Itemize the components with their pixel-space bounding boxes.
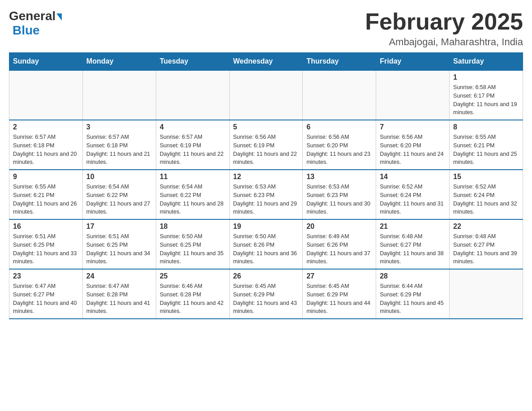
- day-info: Sunrise: 6:52 AM Sunset: 6:24 PM Dayligh…: [380, 183, 446, 216]
- calendar-cell: 3Sunrise: 6:57 AM Sunset: 6:18 PM Daylig…: [82, 120, 156, 170]
- day-info: Sunrise: 6:48 AM Sunset: 6:27 PM Dayligh…: [453, 232, 519, 266]
- day-info: Sunrise: 6:54 AM Sunset: 6:22 PM Dayligh…: [160, 183, 226, 216]
- calendar-cell: [9, 70, 83, 120]
- day-info: Sunrise: 6:55 AM Sunset: 6:21 PM Dayligh…: [13, 183, 79, 216]
- day-info: Sunrise: 6:50 AM Sunset: 6:25 PM Dayligh…: [160, 232, 226, 266]
- day-info: Sunrise: 6:56 AM Sunset: 6:20 PM Dayligh…: [380, 133, 446, 167]
- day-number: 4: [160, 123, 226, 131]
- calendar-cell: 1Sunrise: 6:58 AM Sunset: 6:17 PM Daylig…: [450, 70, 523, 120]
- day-number: 24: [86, 272, 152, 280]
- day-info: Sunrise: 6:57 AM Sunset: 6:19 PM Dayligh…: [160, 133, 226, 167]
- day-number: 22: [453, 223, 519, 231]
- calendar-cell: [303, 70, 376, 120]
- day-number: 21: [380, 223, 446, 231]
- logo-blue-text: Blue: [13, 23, 40, 37]
- day-info: Sunrise: 6:51 AM Sunset: 6:25 PM Dayligh…: [13, 232, 79, 266]
- calendar-cell: 18Sunrise: 6:50 AM Sunset: 6:25 PM Dayli…: [156, 219, 229, 269]
- day-number: 3: [86, 123, 152, 131]
- day-info: Sunrise: 6:55 AM Sunset: 6:21 PM Dayligh…: [453, 133, 519, 167]
- weekday-header-friday: Friday: [376, 53, 450, 71]
- day-info: Sunrise: 6:45 AM Sunset: 6:29 PM Dayligh…: [306, 282, 372, 316]
- calendar-cell: 25Sunrise: 6:46 AM Sunset: 6:28 PM Dayli…: [156, 269, 229, 319]
- calendar-week-row: 23Sunrise: 6:47 AM Sunset: 6:27 PM Dayli…: [9, 269, 523, 319]
- logo-general-text: General: [9, 9, 56, 23]
- day-number: 25: [160, 272, 226, 280]
- calendar-cell: 16Sunrise: 6:51 AM Sunset: 6:25 PM Dayli…: [9, 219, 83, 269]
- day-number: 18: [160, 223, 226, 231]
- day-number: 28: [380, 272, 446, 280]
- calendar-cell: 7Sunrise: 6:56 AM Sunset: 6:20 PM Daylig…: [376, 120, 450, 170]
- calendar-cell: [82, 70, 156, 120]
- day-number: 1: [453, 73, 519, 81]
- calendar-cell: 8Sunrise: 6:55 AM Sunset: 6:21 PM Daylig…: [450, 120, 523, 170]
- day-number: 27: [306, 272, 372, 280]
- day-info: Sunrise: 6:57 AM Sunset: 6:18 PM Dayligh…: [13, 133, 79, 167]
- calendar-cell: 26Sunrise: 6:45 AM Sunset: 6:29 PM Dayli…: [229, 269, 303, 319]
- day-info: Sunrise: 6:47 AM Sunset: 6:28 PM Dayligh…: [86, 282, 152, 316]
- day-info: Sunrise: 6:50 AM Sunset: 6:26 PM Dayligh…: [233, 232, 299, 266]
- day-info: Sunrise: 6:57 AM Sunset: 6:18 PM Dayligh…: [86, 133, 152, 167]
- day-info: Sunrise: 6:56 AM Sunset: 6:19 PM Dayligh…: [233, 133, 299, 167]
- calendar-cell: 9Sunrise: 6:55 AM Sunset: 6:21 PM Daylig…: [9, 170, 83, 219]
- calendar-cell: 22Sunrise: 6:48 AM Sunset: 6:27 PM Dayli…: [450, 219, 523, 269]
- calendar-cell: 28Sunrise: 6:44 AM Sunset: 6:29 PM Dayli…: [376, 269, 450, 319]
- day-number: 26: [233, 272, 299, 280]
- day-number: 5: [233, 123, 299, 131]
- calendar-week-row: 16Sunrise: 6:51 AM Sunset: 6:25 PM Dayli…: [9, 219, 523, 269]
- calendar-cell: 21Sunrise: 6:48 AM Sunset: 6:27 PM Dayli…: [376, 219, 450, 269]
- logo: General Blue: [9, 9, 63, 38]
- title-area: February 2025 Ambajogai, Maharashtra, In…: [365, 9, 523, 48]
- calendar-cell: 17Sunrise: 6:51 AM Sunset: 6:25 PM Dayli…: [82, 219, 156, 269]
- day-number: 13: [306, 173, 372, 181]
- day-info: Sunrise: 6:49 AM Sunset: 6:26 PM Dayligh…: [306, 232, 372, 266]
- day-number: 20: [306, 223, 372, 231]
- day-number: 10: [86, 173, 152, 181]
- day-info: Sunrise: 6:44 AM Sunset: 6:29 PM Dayligh…: [380, 282, 446, 316]
- day-number: 23: [13, 272, 79, 280]
- day-info: Sunrise: 6:56 AM Sunset: 6:20 PM Dayligh…: [306, 133, 372, 167]
- day-info: Sunrise: 6:46 AM Sunset: 6:28 PM Dayligh…: [160, 282, 226, 316]
- day-number: 9: [13, 173, 79, 181]
- calendar-cell: [450, 269, 523, 319]
- calendar-header-row: SundayMondayTuesdayWednesdayThursdayFrid…: [9, 53, 523, 71]
- day-info: Sunrise: 6:51 AM Sunset: 6:25 PM Dayligh…: [86, 232, 152, 266]
- day-info: Sunrise: 6:48 AM Sunset: 6:27 PM Dayligh…: [380, 232, 446, 266]
- calendar-cell: 19Sunrise: 6:50 AM Sunset: 6:26 PM Dayli…: [229, 219, 303, 269]
- calendar-table: SundayMondayTuesdayWednesdayThursdayFrid…: [9, 52, 523, 319]
- day-number: 2: [13, 123, 79, 131]
- weekday-header-sunday: Sunday: [9, 53, 83, 71]
- calendar-cell: 23Sunrise: 6:47 AM Sunset: 6:27 PM Dayli…: [9, 269, 83, 319]
- day-number: 11: [160, 173, 226, 181]
- weekday-header-thursday: Thursday: [303, 53, 376, 71]
- calendar-cell: 5Sunrise: 6:56 AM Sunset: 6:19 PM Daylig…: [229, 120, 303, 170]
- calendar-cell: 20Sunrise: 6:49 AM Sunset: 6:26 PM Dayli…: [303, 219, 376, 269]
- day-info: Sunrise: 6:58 AM Sunset: 6:17 PM Dayligh…: [453, 83, 519, 117]
- day-number: 8: [453, 123, 519, 131]
- day-number: 12: [233, 173, 299, 181]
- weekday-header-tuesday: Tuesday: [156, 53, 229, 71]
- day-info: Sunrise: 6:47 AM Sunset: 6:27 PM Dayligh…: [13, 282, 79, 316]
- day-number: 17: [86, 223, 152, 231]
- calendar-cell: 4Sunrise: 6:57 AM Sunset: 6:19 PM Daylig…: [156, 120, 229, 170]
- day-info: Sunrise: 6:54 AM Sunset: 6:22 PM Dayligh…: [86, 183, 152, 216]
- calendar-cell: 24Sunrise: 6:47 AM Sunset: 6:28 PM Dayli…: [82, 269, 156, 319]
- day-number: 7: [380, 123, 446, 131]
- weekday-header-wednesday: Wednesday: [229, 53, 303, 71]
- day-info: Sunrise: 6:52 AM Sunset: 6:24 PM Dayligh…: [453, 183, 519, 216]
- day-number: 15: [453, 173, 519, 181]
- day-info: Sunrise: 6:53 AM Sunset: 6:23 PM Dayligh…: [233, 183, 299, 216]
- calendar-cell: 6Sunrise: 6:56 AM Sunset: 6:20 PM Daylig…: [303, 120, 376, 170]
- day-number: 14: [380, 173, 446, 181]
- day-number: 16: [13, 223, 79, 231]
- calendar-cell: [376, 70, 450, 120]
- logo-arrow-icon: [56, 13, 62, 21]
- calendar-cell: 13Sunrise: 6:53 AM Sunset: 6:23 PM Dayli…: [303, 170, 376, 219]
- day-number: 6: [306, 123, 372, 131]
- location-title: Ambajogai, Maharashtra, India: [365, 36, 523, 48]
- day-number: 19: [233, 223, 299, 231]
- weekday-header-saturday: Saturday: [450, 53, 523, 71]
- month-title: February 2025: [365, 9, 523, 34]
- page-header: General Blue February 2025 Ambajogai, Ma…: [9, 9, 523, 48]
- calendar-cell: 11Sunrise: 6:54 AM Sunset: 6:22 PM Dayli…: [156, 170, 229, 219]
- calendar-week-row: 2Sunrise: 6:57 AM Sunset: 6:18 PM Daylig…: [9, 120, 523, 170]
